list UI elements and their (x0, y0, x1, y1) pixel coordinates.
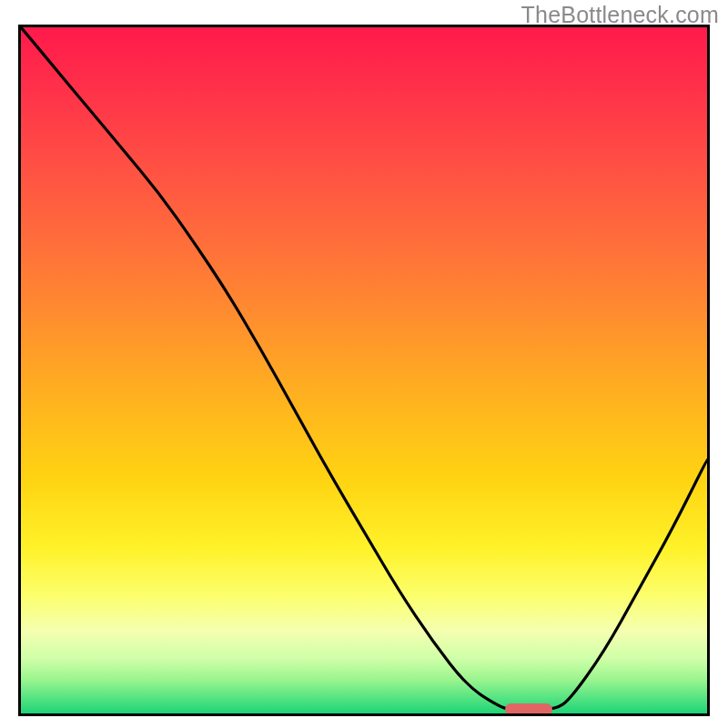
chart-stage: TheBottleneck.com (0, 0, 728, 728)
line-series-curve (21, 27, 707, 710)
optimal-range-marker (505, 703, 553, 714)
plot-frame (18, 25, 710, 716)
chart-svg (21, 27, 707, 713)
